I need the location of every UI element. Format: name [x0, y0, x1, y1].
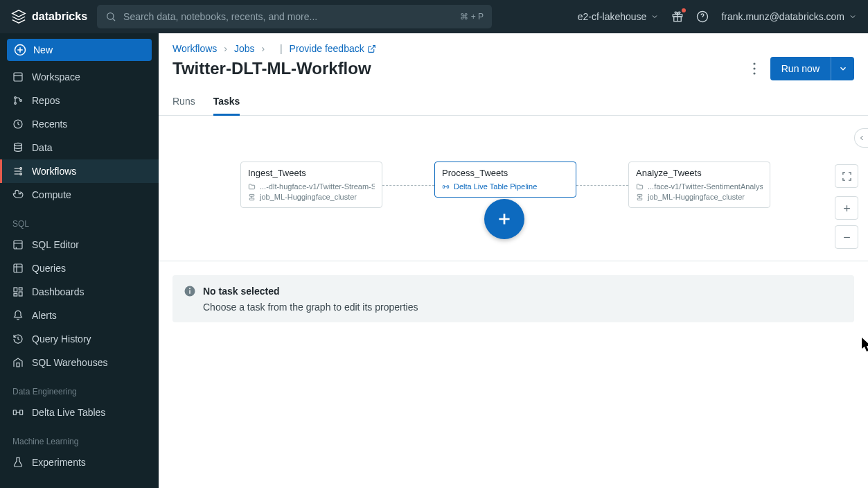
- workspace-icon: [12, 71, 24, 82]
- svg-rect-19: [17, 363, 19, 367]
- brand-text: databricks: [32, 10, 87, 23]
- sidebar-item-compute[interactable]: Compute: [0, 183, 159, 207]
- sidebar-item-query-history[interactable]: Query History: [0, 327, 159, 351]
- sidebar-item-workspace[interactable]: Workspace: [0, 65, 159, 89]
- task-card-ingest[interactable]: Ingest_Tweets ...-dlt-hugface-v1/Twitter…: [240, 162, 382, 208]
- info-title: No task selected: [203, 286, 280, 297]
- sidebar-item-label: Workflows: [32, 166, 76, 177]
- sidebar-item-queries[interactable]: Queries: [0, 256, 159, 280]
- provide-feedback-link[interactable]: Provide feedback: [290, 43, 376, 54]
- task-path: ...face-v1/Twitter-SentimentAnalysis: [648, 182, 763, 191]
- search-shortcut: ⌘ + P: [460, 12, 484, 21]
- sidebar-item-sql-editor[interactable]: SQL Editor: [0, 233, 159, 256]
- warehouses-icon: [12, 357, 24, 368]
- breadcrumb-workflows[interactable]: Workflows: [172, 43, 217, 54]
- svg-point-23: [753, 67, 755, 69]
- task-cluster: job_ML-Huggingface_cluster: [260, 193, 357, 201]
- svg-rect-15: [14, 288, 17, 292]
- task-title: Ingest_Tweets: [248, 168, 375, 178]
- cluster-icon: [248, 193, 256, 201]
- sidebar-item-label: Queries: [32, 263, 66, 274]
- databricks-icon: [11, 9, 26, 24]
- svg-point-33: [189, 288, 191, 289]
- search-input[interactable]: [123, 11, 453, 22]
- sidebar-item-label: Workspace: [32, 71, 80, 82]
- search-box[interactable]: ⌘ + P: [97, 5, 492, 28]
- svg-rect-14: [14, 264, 22, 272]
- help-icon[interactable]: [696, 10, 709, 23]
- svg-rect-32: [189, 290, 191, 294]
- sidebar-item-sql-warehouses[interactable]: SQL Warehouses: [0, 351, 159, 374]
- recents-icon: [12, 119, 24, 130]
- sidebar-item-label: SQL Editor: [32, 239, 79, 250]
- sidebar-item-label: Alerts: [32, 310, 57, 321]
- user-menu[interactable]: frank.munz@databricks.com: [721, 11, 857, 22]
- sidebar-section-sql: SQL: [0, 207, 159, 233]
- svg-rect-29: [637, 194, 641, 196]
- svg-point-12: [20, 173, 22, 175]
- brand-logo[interactable]: databricks: [11, 9, 87, 24]
- run-now-button[interactable]: Run now: [770, 57, 831, 80]
- sidebar-item-label: Compute: [32, 189, 71, 200]
- new-button[interactable]: New: [7, 39, 152, 61]
- whats-new-icon[interactable]: [671, 10, 684, 23]
- svg-rect-27: [443, 185, 444, 188]
- workflow-canvas[interactable]: Ingest_Tweets ...-dlt-hugface-v1/Twitter…: [159, 116, 868, 261]
- sidebar-item-repos[interactable]: Repos: [0, 89, 159, 112]
- add-task-button[interactable]: [484, 199, 524, 239]
- workspace-picker[interactable]: e2-cf-lakehouse: [578, 11, 659, 22]
- sidebar-item-experiments[interactable]: Experiments: [0, 451, 159, 474]
- breadcrumb: Workflows › Jobs › | Provide feedback: [172, 43, 854, 54]
- main-content: Workflows › Jobs › | Provide feedback Tw…: [159, 33, 868, 488]
- svg-rect-25: [249, 194, 254, 196]
- sidebar-item-dashboards[interactable]: Dashboards: [0, 280, 159, 304]
- sidebar-item-dlt[interactable]: Delta Live Tables: [0, 401, 159, 424]
- compute-icon: [12, 189, 24, 200]
- experiments-icon: [12, 457, 24, 468]
- sidebar-section-de: Data Engineering: [0, 374, 159, 401]
- task-title: Process_Tweets: [442, 168, 569, 178]
- breadcrumb-jobs[interactable]: Jobs: [234, 43, 255, 54]
- more-actions-button[interactable]: [745, 60, 763, 78]
- info-icon: [184, 285, 196, 297]
- sidebar-item-label: Data: [32, 142, 53, 153]
- task-pipeline: Delta Live Table Pipeline: [454, 182, 537, 191]
- sidebar-item-workflows[interactable]: Workflows: [0, 159, 159, 183]
- task-cluster: job_ML-Huggingface_cluster: [648, 193, 745, 201]
- sidebar-item-data[interactable]: Data: [0, 136, 159, 159]
- tab-runs[interactable]: Runs: [172, 90, 195, 115]
- svg-rect-5: [14, 73, 22, 81]
- tab-tasks[interactable]: Tasks: [213, 90, 240, 116]
- sidebar-item-label: Experiments: [32, 457, 86, 468]
- chevron-down-icon: [838, 64, 848, 73]
- svg-point-0: [107, 13, 114, 19]
- svg-point-10: [15, 143, 22, 146]
- queries-icon: [12, 263, 24, 274]
- svg-rect-17: [19, 292, 22, 296]
- topbar: databricks ⌘ + P e2-cf-lakehouse frank.m…: [0, 0, 868, 33]
- task-card-analyze[interactable]: Analyze_Tweets ...face-v1/Twitter-Sentim…: [628, 162, 770, 208]
- folder-icon: [636, 183, 644, 191]
- plus-circle-icon: [14, 44, 26, 56]
- sidebar-item-alerts[interactable]: Alerts: [0, 304, 159, 327]
- chevron-right-icon: ›: [224, 43, 227, 54]
- user-email: frank.munz@databricks.com: [721, 11, 844, 22]
- alerts-icon: [12, 310, 24, 321]
- svg-point-24: [753, 72, 755, 74]
- sidebar-item-label: Delta Live Tables: [32, 407, 105, 418]
- svg-rect-18: [14, 294, 17, 296]
- svg-point-6: [15, 97, 17, 99]
- search-icon: [105, 11, 116, 22]
- task-card-process[interactable]: Process_Tweets Delta Live Table Pipeline: [434, 162, 576, 198]
- svg-point-11: [20, 168, 22, 170]
- dlt-icon: [12, 407, 24, 418]
- chevron-down-icon: [849, 12, 857, 21]
- info-body: Choose a task from the graph to edit its…: [203, 302, 843, 313]
- chevron-down-icon: [650, 12, 659, 21]
- breadcrumb-divider: |: [272, 43, 282, 54]
- svg-rect-16: [19, 288, 22, 290]
- cluster-icon: [636, 193, 644, 201]
- sidebar-item-recents[interactable]: Recents: [0, 112, 159, 136]
- run-dropdown-button[interactable]: [831, 57, 854, 80]
- sql-editor-icon: [12, 239, 24, 250]
